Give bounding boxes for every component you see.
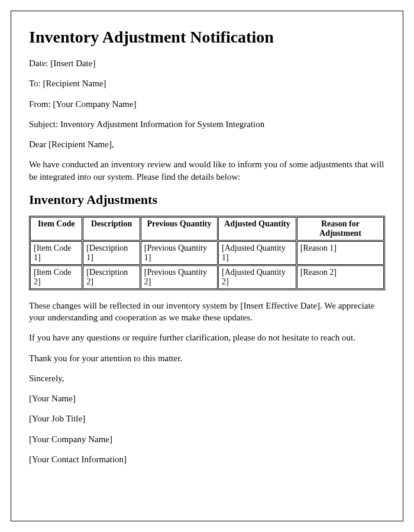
adjustments-table: Item Code Description Previous Quantity …: [29, 216, 385, 290]
cell-previous-qty: [Previous Quantity 1]: [141, 241, 218, 265]
cell-item-code: [Item Code 1]: [30, 241, 82, 265]
date-label: Date:: [29, 59, 50, 68]
from-label: From:: [29, 99, 53, 109]
cell-adjusted-qty: [Adjusted Quantity 1]: [218, 241, 296, 265]
closing-job-title: [Your Job Title]: [29, 413, 385, 424]
cell-item-code: [Item Code 2]: [30, 265, 82, 289]
header-description: Description: [83, 217, 140, 241]
subject-label: Subject:: [29, 119, 60, 129]
thanks-paragraph: Thank you for your attention to this mat…: [29, 352, 385, 364]
cell-previous-qty: [Previous Quantity 2]: [141, 265, 218, 289]
cell-reason: [Reason 2]: [297, 265, 384, 289]
closing-company: [Your Company Name]: [29, 433, 385, 445]
questions-paragraph: If you have any questions or require fur…: [29, 332, 385, 343]
closing-contact: [Your Contact Information]: [29, 453, 385, 465]
section-heading: Inventory Adjustments: [29, 192, 385, 207]
header-reason: Reason for Adjustment: [297, 217, 384, 241]
cell-reason: [Reason 1]: [297, 241, 384, 265]
closing-name: [Your Name]: [29, 392, 385, 404]
document-page: Inventory Adjustment Notification Date: …: [11, 11, 403, 521]
table-header-row: Item Code Description Previous Quantity …: [30, 217, 384, 241]
cell-description: [Description 1]: [83, 241, 140, 265]
to-value: [Recipient Name]: [43, 79, 106, 88]
to-line: To: [Recipient Name]: [29, 77, 385, 89]
date-line: Date: [Insert Date]: [29, 57, 385, 69]
intro-paragraph: We have conducted an inventory review an…: [29, 158, 385, 183]
from-value: [Your Company Name]: [53, 99, 136, 109]
page-title: Inventory Adjustment Notification: [29, 28, 385, 47]
header-item-code: Item Code: [30, 217, 82, 241]
cell-adjusted-qty: [Adjusted Quantity 2]: [218, 265, 296, 289]
to-label: To:: [29, 79, 43, 88]
salutation: Dear [Recipient Name],: [29, 138, 385, 150]
closing-sincerely: Sincerely,: [29, 372, 385, 384]
subject-value: Inventory Adjustment Information for Sys…: [60, 119, 264, 129]
subject-line: Subject: Inventory Adjustment Informatio…: [29, 118, 385, 130]
cell-description: [Description 2]: [83, 265, 140, 289]
table-row: [Item Code 2] [Description 2] [Previous …: [30, 265, 384, 289]
date-value: [Insert Date]: [50, 59, 95, 68]
header-previous-qty: Previous Quantity: [141, 217, 218, 241]
from-line: From: [Your Company Name]: [29, 98, 385, 110]
table-row: [Item Code 1] [Description 1] [Previous …: [30, 241, 384, 265]
header-adjusted-qty: Adjusted Quantity: [218, 217, 296, 241]
effective-paragraph: These changes will be reflected in our i…: [29, 300, 385, 324]
